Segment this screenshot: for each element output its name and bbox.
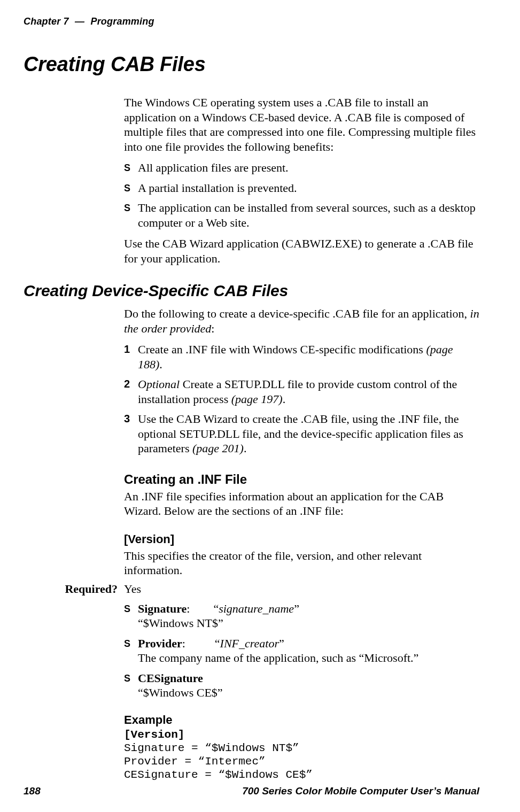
intro-paragraph: The Windows CE operating system uses a .… — [124, 95, 479, 154]
heading-creating-cab-files: Creating CAB Files — [24, 53, 479, 76]
cds-text-pre: Do the following to create a device-spec… — [124, 307, 470, 320]
page-footer: 188 700 Series Color Mobile Computer Use… — [24, 785, 479, 797]
step-post: . — [283, 392, 286, 406]
list-item: Signature: “signature_name” “$Windows NT… — [124, 601, 479, 631]
step-optional: Optional — [138, 377, 180, 391]
version-item-name: CESignature — [138, 671, 203, 685]
running-head: Chapter 7 — Programming — [24, 16, 479, 27]
version-item-name: Provider — [138, 637, 182, 650]
list-item: Optional Create a SETUP.DLL file to prov… — [124, 377, 479, 406]
heading-creating-inf: Creating an .INF File — [124, 472, 479, 487]
steps-list: Create an .INF file with Windows CE-spec… — [124, 342, 479, 456]
page-number: 188 — [24, 785, 41, 797]
section-label: Programming — [90, 16, 154, 27]
step-post: . — [244, 442, 247, 455]
step-text: Create a SETUP.DLL file to provide custo… — [138, 377, 457, 406]
dash: — — [75, 16, 84, 27]
example-line-4: CESignature = “$Windows CE$” — [124, 769, 313, 781]
version-item-sep: : — [182, 637, 185, 650]
step-text: Use the CAB Wizard to create the .CAB fi… — [138, 412, 463, 455]
open-quote: “ — [215, 637, 220, 650]
inf-paragraph: An .INF file specifies information about… — [124, 489, 479, 519]
version-item-sep: : — [187, 602, 190, 615]
step-post: . — [159, 358, 162, 371]
step-pageref: (page 201) — [192, 442, 244, 455]
cds-paragraph: Do the following to create a device-spec… — [124, 306, 479, 336]
list-item: A partial installation is prevented. — [124, 181, 479, 196]
heading-example: Example — [124, 713, 479, 727]
version-item-line2: “$Windows NT$” — [138, 616, 479, 631]
list-item: Use the CAB Wizard to create the .CAB fi… — [124, 412, 479, 456]
close-quote: ” — [279, 637, 284, 650]
heading-device-specific: Creating Device-Specific CAB Files — [24, 282, 479, 300]
list-item: All application files are present. — [124, 160, 479, 175]
list-item: Create an .INF file with Windows CE-spec… — [124, 342, 479, 372]
version-item-placeholder: signature_name — [219, 602, 294, 615]
list-item: CESignature “$Windows CE$” — [124, 671, 479, 700]
example-line-1: [Version] — [124, 729, 184, 741]
required-row: Required? Yes — [24, 582, 479, 596]
example-line-3: Provider = “Intermec” — [124, 755, 266, 768]
version-item-name: Signature — [138, 602, 187, 615]
step-text: Create an .INF file with Windows CE-spec… — [138, 343, 426, 356]
list-item: The application can be installed from se… — [124, 200, 479, 230]
version-paragraph: This specifies the creator of the file, … — [124, 548, 479, 578]
close-quote: ” — [294, 602, 299, 615]
manual-title: 700 Series Color Mobile Computer User’s … — [242, 785, 479, 797]
required-label: Required? — [24, 582, 124, 596]
heading-version-section: [Version] — [124, 532, 479, 546]
required-value: Yes — [124, 582, 479, 596]
version-items-list: Signature: “signature_name” “$Windows NT… — [124, 601, 479, 700]
step-pageref: (page 197) — [231, 392, 283, 406]
example-line-2: Signature = “$Windows NT$” — [124, 742, 299, 754]
cds-text-post: : — [211, 322, 214, 335]
example-code: [Version] Signature = “$Windows NT$” Pro… — [124, 728, 479, 782]
chapter-label: Chapter 7 — [24, 16, 69, 27]
list-item: Provider: “INF_creator” The company name… — [124, 636, 479, 666]
version-item-placeholder: INF_creator — [220, 637, 279, 650]
intro-bullet-list: All application files are present. A par… — [124, 160, 479, 230]
intro-paragraph-2: Use the CAB Wizard application (CABWIZ.E… — [124, 236, 479, 266]
version-item-line2: The company name of the application, suc… — [138, 651, 479, 666]
version-item-line2: “$Windows CE$” — [138, 685, 479, 700]
open-quote: “ — [213, 602, 219, 615]
